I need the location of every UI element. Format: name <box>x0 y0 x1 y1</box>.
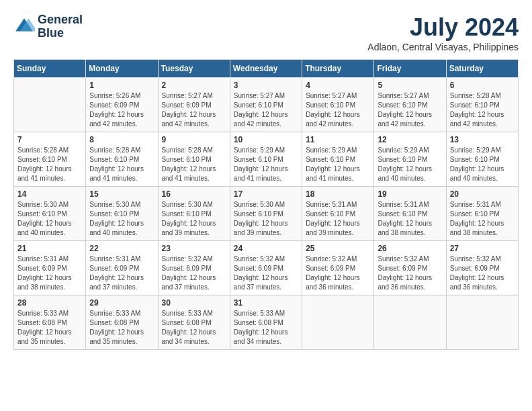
calendar-week-row: 1Sunrise: 5:26 AM Sunset: 6:09 PM Daylig… <box>14 78 519 132</box>
calendar-cell: 7Sunrise: 5:28 AM Sunset: 6:10 PM Daylig… <box>14 132 86 187</box>
calendar-cell <box>446 295 518 350</box>
day-number: 6 <box>450 81 515 90</box>
day-number: 26 <box>378 244 442 253</box>
day-number: 4 <box>306 81 370 90</box>
calendar-cell: 30Sunrise: 5:33 AM Sunset: 6:08 PM Dayli… <box>158 295 230 350</box>
day-number: 27 <box>450 244 515 253</box>
calendar-cell: 29Sunrise: 5:33 AM Sunset: 6:08 PM Dayli… <box>86 295 158 350</box>
weekday-header: Sunday <box>14 60 86 78</box>
day-info: Sunrise: 5:28 AM Sunset: 6:10 PM Dayligh… <box>89 146 154 183</box>
day-info: Sunrise: 5:29 AM Sunset: 6:10 PM Dayligh… <box>234 146 298 183</box>
day-info: Sunrise: 5:33 AM Sunset: 6:08 PM Dayligh… <box>17 309 82 347</box>
day-info: Sunrise: 5:27 AM Sunset: 6:09 PM Dayligh… <box>162 91 226 129</box>
day-info: Sunrise: 5:31 AM Sunset: 6:10 PM Dayligh… <box>378 200 442 238</box>
logo-text: General Blue <box>38 13 83 40</box>
weekday-header: Wednesday <box>230 60 302 78</box>
calendar-cell: 1Sunrise: 5:26 AM Sunset: 6:09 PM Daylig… <box>86 78 158 132</box>
calendar-cell: 28Sunrise: 5:33 AM Sunset: 6:08 PM Dayli… <box>14 295 86 350</box>
day-info: Sunrise: 5:31 AM Sunset: 6:09 PM Dayligh… <box>17 255 82 292</box>
day-info: Sunrise: 5:28 AM Sunset: 6:10 PM Dayligh… <box>17 146 82 183</box>
day-number: 7 <box>17 135 82 144</box>
weekday-header: Friday <box>374 60 446 78</box>
logo-icon <box>13 16 35 38</box>
day-info: Sunrise: 5:30 AM Sunset: 6:10 PM Dayligh… <box>89 200 154 238</box>
day-info: Sunrise: 5:31 AM Sunset: 6:10 PM Dayligh… <box>306 200 370 238</box>
day-number: 2 <box>162 81 226 90</box>
day-info: Sunrise: 5:30 AM Sunset: 6:10 PM Dayligh… <box>234 200 298 238</box>
day-number: 21 <box>17 244 82 253</box>
calendar-cell: 16Sunrise: 5:30 AM Sunset: 6:10 PM Dayli… <box>158 187 230 241</box>
day-info: Sunrise: 5:32 AM Sunset: 6:09 PM Dayligh… <box>450 255 515 292</box>
day-number: 28 <box>17 298 82 308</box>
day-info: Sunrise: 5:32 AM Sunset: 6:09 PM Dayligh… <box>234 255 298 292</box>
day-info: Sunrise: 5:29 AM Sunset: 6:10 PM Dayligh… <box>378 146 442 183</box>
day-number: 20 <box>450 189 515 199</box>
weekday-header: Tuesday <box>158 60 230 78</box>
calendar-cell: 25Sunrise: 5:32 AM Sunset: 6:09 PM Dayli… <box>302 241 374 295</box>
day-info: Sunrise: 5:32 AM Sunset: 6:09 PM Dayligh… <box>162 255 226 292</box>
day-info: Sunrise: 5:27 AM Sunset: 6:10 PM Dayligh… <box>234 91 298 129</box>
day-number: 30 <box>162 298 226 308</box>
page-header: General Blue July 2024 Adlaon, Central V… <box>13 13 519 52</box>
day-number: 17 <box>234 189 298 199</box>
day-number: 16 <box>162 189 226 199</box>
calendar-cell <box>374 295 446 350</box>
weekday-header: Saturday <box>446 60 518 78</box>
calendar-cell: 12Sunrise: 5:29 AM Sunset: 6:10 PM Dayli… <box>374 132 446 187</box>
day-info: Sunrise: 5:30 AM Sunset: 6:10 PM Dayligh… <box>17 200 82 238</box>
day-info: Sunrise: 5:29 AM Sunset: 6:10 PM Dayligh… <box>306 146 370 183</box>
day-info: Sunrise: 5:32 AM Sunset: 6:09 PM Dayligh… <box>306 255 370 292</box>
day-number: 18 <box>306 189 370 199</box>
calendar-cell: 9Sunrise: 5:28 AM Sunset: 6:10 PM Daylig… <box>158 132 230 187</box>
calendar-cell: 2Sunrise: 5:27 AM Sunset: 6:09 PM Daylig… <box>158 78 230 132</box>
weekday-header: Monday <box>86 60 158 78</box>
day-number: 24 <box>234 244 298 253</box>
calendar-header-row: SundayMondayTuesdayWednesdayThursdayFrid… <box>14 60 519 78</box>
day-number: 25 <box>306 244 370 253</box>
calendar-cell: 19Sunrise: 5:31 AM Sunset: 6:10 PM Dayli… <box>374 187 446 241</box>
calendar-cell: 4Sunrise: 5:27 AM Sunset: 6:10 PM Daylig… <box>302 78 374 132</box>
day-number: 22 <box>89 244 154 253</box>
calendar-cell: 15Sunrise: 5:30 AM Sunset: 6:10 PM Dayli… <box>86 187 158 241</box>
calendar-cell: 23Sunrise: 5:32 AM Sunset: 6:09 PM Dayli… <box>158 241 230 295</box>
calendar-table: SundayMondayTuesdayWednesdayThursdayFrid… <box>13 59 519 350</box>
day-number: 15 <box>89 189 154 199</box>
day-info: Sunrise: 5:33 AM Sunset: 6:08 PM Dayligh… <box>234 309 298 347</box>
day-number: 1 <box>89 81 154 90</box>
day-number: 9 <box>162 135 226 144</box>
calendar-week-row: 28Sunrise: 5:33 AM Sunset: 6:08 PM Dayli… <box>14 295 519 350</box>
day-number: 10 <box>234 135 298 144</box>
day-info: Sunrise: 5:27 AM Sunset: 6:10 PM Dayligh… <box>306 91 370 129</box>
day-info: Sunrise: 5:26 AM Sunset: 6:09 PM Dayligh… <box>89 91 154 129</box>
calendar-cell: 3Sunrise: 5:27 AM Sunset: 6:10 PM Daylig… <box>230 78 302 132</box>
month-year: July 2024 <box>367 13 519 42</box>
calendar-body: 1Sunrise: 5:26 AM Sunset: 6:09 PM Daylig… <box>14 78 519 350</box>
day-number: 13 <box>450 135 515 144</box>
title-area: July 2024 Adlaon, Central Visayas, Phili… <box>367 13 519 52</box>
calendar-week-row: 14Sunrise: 5:30 AM Sunset: 6:10 PM Dayli… <box>14 187 519 241</box>
day-info: Sunrise: 5:33 AM Sunset: 6:08 PM Dayligh… <box>89 309 154 347</box>
day-number: 31 <box>234 298 298 308</box>
calendar-cell: 6Sunrise: 5:28 AM Sunset: 6:10 PM Daylig… <box>446 78 518 132</box>
calendar-cell: 18Sunrise: 5:31 AM Sunset: 6:10 PM Dayli… <box>302 187 374 241</box>
calendar-cell: 11Sunrise: 5:29 AM Sunset: 6:10 PM Dayli… <box>302 132 374 187</box>
day-number: 5 <box>378 81 442 90</box>
calendar-week-row: 7Sunrise: 5:28 AM Sunset: 6:10 PM Daylig… <box>14 132 519 187</box>
weekday-header: Thursday <box>302 60 374 78</box>
day-info: Sunrise: 5:29 AM Sunset: 6:10 PM Dayligh… <box>450 146 515 183</box>
day-info: Sunrise: 5:31 AM Sunset: 6:10 PM Dayligh… <box>450 200 515 238</box>
day-number: 14 <box>17 189 82 199</box>
calendar-cell: 21Sunrise: 5:31 AM Sunset: 6:09 PM Dayli… <box>14 241 86 295</box>
calendar-cell: 26Sunrise: 5:32 AM Sunset: 6:09 PM Dayli… <box>374 241 446 295</box>
day-info: Sunrise: 5:30 AM Sunset: 6:10 PM Dayligh… <box>162 200 226 238</box>
location: Adlaon, Central Visayas, Philippines <box>367 42 519 52</box>
calendar-cell: 24Sunrise: 5:32 AM Sunset: 6:09 PM Dayli… <box>230 241 302 295</box>
day-info: Sunrise: 5:28 AM Sunset: 6:10 PM Dayligh… <box>162 146 226 183</box>
day-info: Sunrise: 5:27 AM Sunset: 6:10 PM Dayligh… <box>378 91 442 129</box>
calendar-cell: 22Sunrise: 5:31 AM Sunset: 6:09 PM Dayli… <box>86 241 158 295</box>
day-number: 11 <box>306 135 370 144</box>
day-number: 8 <box>89 135 154 144</box>
day-number: 12 <box>378 135 442 144</box>
day-info: Sunrise: 5:31 AM Sunset: 6:09 PM Dayligh… <box>89 255 154 292</box>
day-number: 23 <box>162 244 226 253</box>
